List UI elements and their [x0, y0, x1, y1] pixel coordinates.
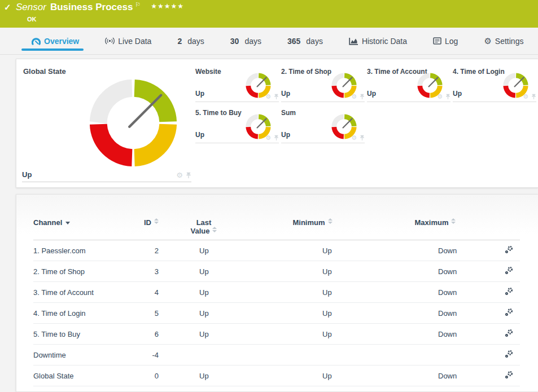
- gauges-panel: Global State Up ⚙: [16, 59, 538, 188]
- last-value: Up: [159, 365, 266, 386]
- tab-number: 30: [230, 37, 239, 46]
- edit-channel-icon[interactable]: [505, 329, 513, 337]
- gauge-value: Up: [22, 170, 32, 179]
- maximum-value: Down: [373, 386, 497, 392]
- column-label: Channel: [33, 218, 62, 227]
- tab-settings[interactable]: ⚙ Settings: [484, 28, 523, 54]
- tab-label: Live Data: [118, 37, 151, 46]
- gauge-needle: [129, 95, 161, 127]
- gauge-settings-icon[interactable]: ⚙: [265, 135, 271, 141]
- tab-label: days: [306, 37, 323, 46]
- mini-gauge-time-of-shop: 2. Time of Shop Up ⚙: [281, 67, 365, 102]
- maximum-value: Down: [373, 365, 497, 386]
- gauge-title: Website: [195, 68, 221, 76]
- channel-id: 5: [142, 303, 159, 324]
- pin-icon[interactable]: [186, 172, 191, 179]
- pin-icon[interactable]: [445, 94, 450, 100]
- tab-number: 2: [177, 37, 182, 46]
- sort-icon: [212, 227, 217, 232]
- gauge-value: Up: [281, 90, 290, 98]
- mini-gauge-sum: Sum Up ⚙: [281, 108, 365, 143]
- edit-channel-icon[interactable]: [505, 266, 513, 275]
- tab-live-data[interactable]: Live Data: [105, 28, 151, 54]
- broadcast-icon: [105, 37, 115, 45]
- minimum-value: Up: [266, 303, 373, 324]
- sort-icon: [328, 218, 333, 224]
- last-value: [159, 345, 266, 365]
- column-label: Maximum: [415, 218, 449, 227]
- tab-365-days[interactable]: 365 days: [287, 28, 323, 54]
- edit-channel-icon[interactable]: [505, 245, 513, 254]
- pin-icon[interactable]: [360, 94, 365, 100]
- gauge-segment-yellow: [134, 124, 177, 166]
- gauge-title: Global State: [23, 67, 66, 76]
- gauge-title: 5. Time to Buy: [195, 109, 242, 117]
- gauge-settings-icon[interactable]: ⚙: [437, 94, 443, 100]
- channel-id: 3: [142, 261, 159, 282]
- tab-label: Historic Data: [362, 37, 407, 46]
- object-kind-label: Sensor: [16, 2, 46, 13]
- gauge-value: Up: [195, 131, 204, 139]
- gauge-value: Up: [195, 90, 204, 98]
- tab-historic-data[interactable]: Historic Data: [349, 28, 407, 54]
- pin-icon[interactable]: [274, 94, 279, 100]
- tab-2-days[interactable]: 2 days: [177, 28, 204, 54]
- last-value: Up: [159, 386, 266, 392]
- channel-name: Downtime: [33, 345, 142, 365]
- column-label: ID: [144, 218, 151, 227]
- minimum-value: [266, 345, 373, 365]
- column-label: Last Value: [191, 218, 212, 235]
- mini-gauge-time-of-account: 3. Time of Account Up ⚙: [367, 67, 450, 102]
- tab-log[interactable]: Log: [433, 28, 458, 54]
- column-header-maximum[interactable]: Maximum: [373, 218, 497, 240]
- gauge-value: Up: [367, 90, 376, 98]
- channel-name: 2. Time of Shop: [33, 261, 142, 282]
- status-check-icon: ✓: [4, 2, 11, 12]
- channel-table: Channel ID Last Value Minimum Maximum: [33, 218, 520, 392]
- pin-icon[interactable]: [274, 135, 279, 141]
- gauge-settings-icon[interactable]: ⚙: [523, 94, 528, 100]
- gauge-settings-icon[interactable]: ⚙: [351, 135, 357, 141]
- table-row: 5. Time to Buy 6 Up Up Down: [33, 324, 520, 345]
- edit-channel-icon[interactable]: [505, 308, 513, 316]
- gauge-value: Up: [281, 131, 290, 139]
- table-row: Global State 0 Up Up Down: [33, 365, 520, 386]
- column-header-id[interactable]: ID: [142, 218, 159, 240]
- channel-name: 5. Time to Buy: [33, 324, 142, 345]
- gear-icon: ⚙: [484, 37, 491, 45]
- priority-stars[interactable]: ★★★★★: [151, 2, 184, 10]
- table-row: 3. Time of Account 4 Up Up Down: [33, 282, 520, 303]
- channel-name: Sum: [33, 386, 142, 392]
- column-header-last-value[interactable]: Last Value: [159, 218, 266, 240]
- gauge-settings-icon[interactable]: ⚙: [176, 171, 183, 179]
- column-label: Minimum: [292, 218, 325, 227]
- tab-30-days[interactable]: 30 days: [230, 28, 261, 54]
- last-value: Up: [159, 303, 266, 324]
- minimum-value: Up: [266, 365, 373, 386]
- table-header-row: Channel ID Last Value Minimum Maximum: [33, 218, 520, 240]
- minimum-value: Up: [266, 240, 373, 261]
- tab-overview[interactable]: Overview: [32, 28, 79, 54]
- last-value: Up: [159, 324, 266, 345]
- channel-name: 1. Paessler.com: [33, 240, 142, 261]
- edit-channel-icon[interactable]: [505, 350, 513, 358]
- mini-gauge-website: Website Up ⚙: [195, 67, 279, 102]
- column-header-channel[interactable]: Channel: [33, 218, 142, 240]
- tab-label: Log: [445, 37, 458, 46]
- channel-table-panel: Channel ID Last Value Minimum Maximum: [16, 194, 538, 392]
- edit-channel-icon[interactable]: [505, 287, 513, 296]
- gauge-segment-gray: [90, 80, 132, 124]
- gauge-settings-icon[interactable]: ⚙: [265, 94, 271, 100]
- gauge-title: Sum: [281, 109, 296, 117]
- flag-icon[interactable]: ⚐: [135, 1, 141, 8]
- pin-icon[interactable]: [531, 94, 536, 100]
- gauge-title: 2. Time of Shop: [281, 68, 331, 76]
- gauge-settings-icon[interactable]: ⚙: [351, 94, 357, 100]
- table-row: 4. Time of Login 5 Up Up Down: [33, 303, 520, 324]
- channel-id: 6: [142, 324, 159, 345]
- edit-channel-icon[interactable]: [505, 371, 513, 379]
- column-header-minimum[interactable]: Minimum: [266, 218, 373, 240]
- pin-icon[interactable]: [360, 135, 365, 141]
- global-state-gauge-block: Global State Up ⚙: [16, 59, 191, 187]
- area-chart-icon: [349, 37, 358, 45]
